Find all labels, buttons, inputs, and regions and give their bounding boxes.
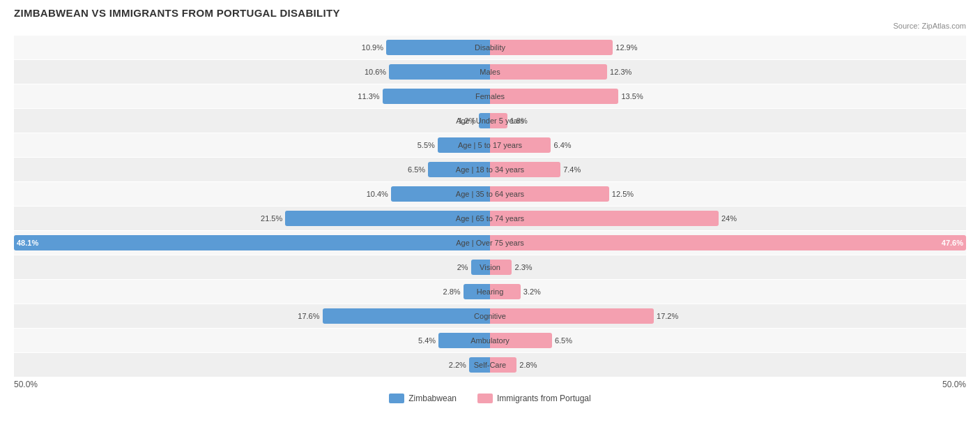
- legend-swatch: [477, 394, 493, 403]
- axis-row: 50.0% 50.0%: [14, 380, 966, 389]
- chart-row: 5.5%6.4%Age | 5 to 17 years: [14, 133, 966, 157]
- source-credit: Source: ZipAtlas.com: [14, 22, 966, 30]
- legend-swatch: [389, 394, 404, 403]
- legend-item: Zimbabwean: [389, 394, 457, 403]
- chart-row: 2%2.3%Vision: [14, 255, 966, 279]
- page-title: ZIMBABWEAN VS IMMIGRANTS FROM PORTUGAL D…: [14, 7, 966, 19]
- axis-left-label: 50.0%: [14, 380, 38, 389]
- chart-row: 6.5%7.4%Age | 18 to 34 years: [14, 158, 966, 181]
- legend-label: Immigrants from Portugal: [497, 394, 591, 403]
- chart-row: 2.8%3.2%Hearing: [14, 280, 966, 304]
- legend: ZimbabweanImmigrants from Portugal: [14, 394, 966, 403]
- axis-right-label: 50.0%: [942, 380, 966, 389]
- chart-container: 10.9%12.9%Disability10.6%12.3%Males11.3%…: [14, 36, 966, 377]
- chart-row: 21.5%24%Age | 65 to 74 years: [14, 207, 966, 230]
- chart-row: 1.2%1.8%Age | Under 5 years: [14, 109, 966, 133]
- chart-row: 5.4%6.5%Ambulatory: [14, 329, 966, 352]
- chart-row: 11.3%13.5%Females: [14, 84, 966, 108]
- chart-row: 48.1%47.6%Age | Over 75 years: [14, 231, 966, 255]
- legend-item: Immigrants from Portugal: [477, 394, 591, 403]
- chart-row: 10.6%12.3%Males: [14, 60, 966, 84]
- chart-row: 10.4%12.5%Age | 35 to 64 years: [14, 182, 966, 206]
- chart-row: 2.2%2.8%Self-Care: [14, 353, 966, 377]
- chart-row: 10.9%12.9%Disability: [14, 36, 966, 59]
- legend-label: Zimbabwean: [408, 394, 457, 403]
- chart-row: 17.6%17.2%Cognitive: [14, 304, 966, 328]
